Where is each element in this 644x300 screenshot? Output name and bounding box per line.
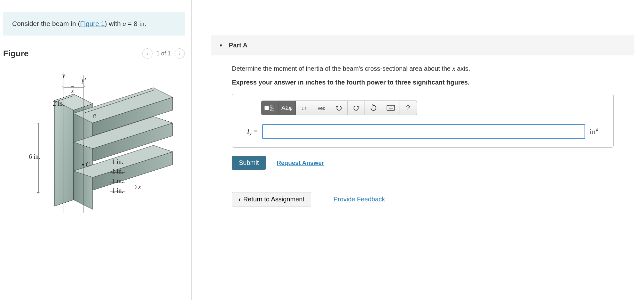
svg-point-25 bbox=[388, 107, 389, 107]
figure-next-button[interactable]: › bbox=[175, 48, 185, 59]
chevron-left-icon: ‹ bbox=[239, 196, 241, 203]
part-title: Part A bbox=[229, 42, 247, 49]
fig-label-1in-2: 1 in. bbox=[112, 168, 123, 175]
collapse-icon: ▼ bbox=[219, 43, 223, 48]
svg-point-20 bbox=[82, 164, 84, 166]
fig-label-xbar: x bbox=[71, 87, 74, 94]
greek-button[interactable]: ΑΣφ bbox=[279, 101, 296, 115]
fig-label-yprime: y' bbox=[82, 77, 86, 84]
reset-button[interactable] bbox=[365, 101, 382, 115]
undo-button[interactable] bbox=[330, 101, 348, 115]
svg-point-27 bbox=[391, 107, 392, 107]
problem-unit: in. bbox=[139, 20, 146, 28]
submit-button[interactable]: Submit bbox=[232, 156, 266, 170]
fig-label-a: a bbox=[93, 112, 96, 119]
answer-label: Ix = bbox=[239, 127, 258, 137]
subscript-button[interactable]: ↓↑ bbox=[296, 101, 313, 115]
prompt-text: Determine the moment of inertia of the b… bbox=[232, 65, 614, 72]
problem-var: a bbox=[123, 20, 126, 28]
figure-link[interactable]: Figure 1 bbox=[80, 20, 105, 27]
svg-rect-24 bbox=[387, 105, 395, 110]
svg-rect-29 bbox=[389, 109, 393, 109]
fig-label-1in-3: 1 in. bbox=[112, 177, 123, 185]
svg-point-26 bbox=[390, 107, 390, 107]
request-answer-link[interactable]: Request Answer bbox=[277, 159, 324, 166]
problem-post: ) with bbox=[105, 20, 123, 27]
answer-unit: in4 bbox=[590, 127, 607, 136]
fig-label-1in-1: 1 in. bbox=[112, 158, 123, 166]
fig-label-6in: 6 in. bbox=[29, 153, 40, 160]
figure-title: Figure bbox=[3, 49, 28, 59]
templates-button[interactable]: □√□ bbox=[261, 101, 279, 115]
answer-box: □√□ ΑΣφ ↓↑ vec bbox=[232, 94, 614, 148]
fig-label-2in: 2 in. bbox=[53, 100, 64, 107]
figure-image: y y' x 2 in. a 6 in. C 1 in. 1 in. 1 in.… bbox=[16, 72, 182, 238]
figure-prev-button[interactable]: ‹ bbox=[142, 48, 153, 59]
help-button[interactable]: ? bbox=[399, 101, 417, 115]
svg-text:√□: √□ bbox=[269, 107, 274, 112]
keyboard-button[interactable] bbox=[382, 101, 399, 115]
figure-count: 1 of 1 bbox=[156, 50, 171, 57]
problem-statement: Consider the beam in (Figure 1) with a =… bbox=[3, 12, 185, 36]
fig-label-c: C bbox=[86, 161, 90, 168]
problem-pre: Consider the beam in ( bbox=[12, 20, 80, 27]
vec-button[interactable]: vec bbox=[313, 101, 330, 115]
provide-feedback-link[interactable]: Provide Feedback bbox=[334, 196, 385, 203]
equation-toolbar: □√□ ΑΣφ ↓↑ vec bbox=[261, 101, 417, 115]
return-button[interactable]: ‹ Return to Assignment bbox=[232, 192, 311, 207]
part-header[interactable]: ▼ Part A bbox=[211, 35, 634, 55]
instructions: Express your answer in inches to the fou… bbox=[232, 79, 614, 86]
problem-eq: = 8 bbox=[126, 20, 139, 27]
svg-point-28 bbox=[393, 107, 394, 107]
fig-label-1in-4: 1 in. bbox=[112, 187, 123, 194]
redo-button[interactable] bbox=[348, 101, 365, 115]
svg-rect-21 bbox=[265, 106, 269, 110]
fig-label-x: x bbox=[138, 183, 141, 191]
answer-input[interactable] bbox=[262, 124, 585, 139]
fig-label-y: y bbox=[62, 72, 65, 79]
